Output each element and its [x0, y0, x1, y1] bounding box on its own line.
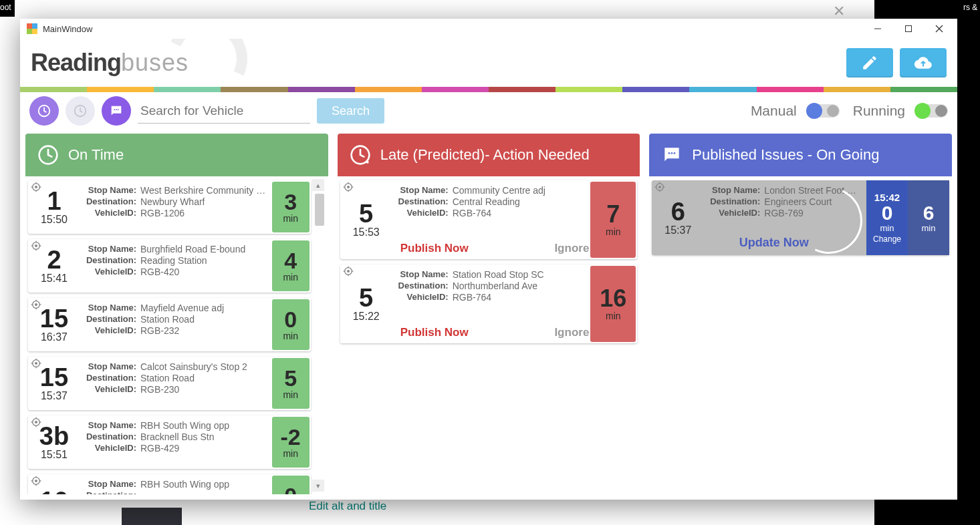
route-number: 10	[40, 488, 68, 494]
locate-icon[interactable]	[31, 299, 41, 310]
backdrop-thumb	[122, 508, 182, 525]
ontime-card[interactable]: 15 16:37 Stop Name:Mayfield Avenue adj D…	[28, 298, 311, 351]
backdrop-close-icon[interactable]: ✕	[833, 3, 845, 20]
route-time: 15:51	[41, 449, 68, 461]
minutes-unit: min	[283, 389, 298, 400]
search-input[interactable]	[138, 98, 310, 124]
scrollbar-thumb[interactable]	[315, 194, 324, 226]
stop-label: Stop Name:	[82, 479, 136, 490]
dest-label: Destination:	[82, 314, 136, 325]
backdrop-left-strip: oot	[0, 0, 15, 17]
update-now-button[interactable]: Update Now	[692, 236, 856, 250]
svg-point-8	[118, 109, 119, 110]
scroll-up-button[interactable]: ▴	[312, 179, 324, 191]
card-info: Stop Name:RBH South Wing opp Destination…	[80, 474, 271, 494]
locate-icon[interactable]	[343, 266, 354, 277]
minutes-unit: min	[606, 311, 621, 321]
minutes-badge: 4 min	[272, 240, 310, 291]
late-card[interactable]: 5 15:53 Stop Name:Community Centre adj D…	[340, 180, 638, 259]
ontime-card[interactable]: 15 15:37 Stop Name:Calcot Sainsbury's St…	[28, 357, 311, 410]
window-title: MainWindow	[43, 24, 862, 34]
route-number: 5	[359, 285, 373, 311]
svg-point-49	[347, 186, 350, 188]
badge-number: 0	[882, 203, 893, 223]
vehicle-value: RGB-230	[140, 384, 179, 395]
minutes-unit: min	[606, 226, 621, 237]
toolbar: Search Manual Running	[20, 92, 957, 127]
stop-label: Stop Name:	[82, 185, 136, 196]
stop-label: Stop Name:	[705, 185, 760, 196]
locate-icon[interactable]	[31, 417, 41, 427]
minutes-badge: 16 min	[590, 266, 636, 342]
dest-label: Destination:	[82, 255, 136, 266]
vehicle-value: RGB-1206	[140, 208, 185, 218]
main-window: MainWindow Readingbuses Search Manual Ru…	[20, 19, 957, 500]
vehicle-value: RGB-429	[140, 443, 179, 454]
minimize-button[interactable]	[862, 19, 893, 39]
backdrop-edit-link[interactable]: Edit alt and title	[309, 500, 386, 513]
published-title: Published Issues - On Going	[692, 146, 879, 164]
dest-value: Bracknell Bus Stn	[140, 431, 215, 442]
dest-value: Station Road	[140, 373, 195, 383]
running-label: Running	[853, 103, 905, 119]
upload-button[interactable]	[900, 48, 947, 77]
messages-filter-button[interactable]	[102, 96, 131, 126]
card-info: Stop Name:Calcot Sainsbury's Stop 2 Dest…	[80, 357, 271, 410]
search-button[interactable]: Search	[317, 98, 384, 124]
maximize-button[interactable]	[893, 19, 924, 39]
clock-alert-icon	[350, 144, 371, 166]
backdrop-right-strip: rs &	[963, 0, 980, 17]
late-card[interactable]: 5 15:22 Stop Name:Station Road Stop SC D…	[340, 265, 638, 343]
publish-now-button[interactable]: Publish Now	[400, 242, 469, 255]
stop-value: Community Centre adj	[453, 185, 545, 196]
minutes-badge: 5 min	[272, 358, 310, 409]
clock-filter-disabled-button[interactable]	[66, 96, 95, 126]
locate-icon[interactable]	[31, 476, 41, 486]
minutes-unit: min	[283, 213, 298, 224]
ontime-card[interactable]: 10 Stop Name:RBH South Wing opp Destinat…	[28, 474, 311, 494]
clock-filter-button[interactable]	[29, 96, 59, 126]
ignore-button[interactable]: Ignore	[554, 242, 589, 255]
ignore-button[interactable]: Ignore	[554, 326, 589, 339]
titlebar: MainWindow	[20, 19, 957, 39]
locate-icon[interactable]	[31, 182, 41, 192]
published-card[interactable]: 6 15:37 Stop Name:London Street Foot S-b…	[652, 180, 949, 255]
close-button[interactable]	[924, 19, 955, 39]
svg-point-6	[114, 109, 115, 110]
ontime-title: On Time	[68, 146, 124, 164]
stop-value: RBH South Wing opp	[140, 479, 229, 490]
ontime-card[interactable]: 2 15:41 Stop Name:Burghfield Road E-boun…	[28, 239, 311, 293]
late-column: Late (Predicted)- Action Needed 5 15:53 …	[338, 134, 640, 494]
locate-icon[interactable]	[654, 182, 665, 192]
published-column: Published Issues - On Going 6 15:37 Stop…	[649, 134, 952, 494]
card-info: Stop Name:West Berkshire Community Hospi…	[80, 180, 271, 234]
ontime-card[interactable]: 1 15:50 Stop Name:West Berkshire Communi…	[28, 180, 311, 234]
edit-button[interactable]	[846, 48, 893, 77]
publish-now-button[interactable]: Publish Now	[400, 326, 469, 339]
minutes-value: 16	[600, 287, 626, 311]
running-toggle[interactable]	[916, 104, 948, 118]
stop-label: Stop Name:	[82, 420, 136, 431]
badge-number: 6	[923, 203, 935, 223]
dest-label: Destination:	[394, 281, 449, 291]
route-time: 15:53	[353, 226, 380, 238]
scroll-down-button[interactable]: ▾	[312, 480, 324, 492]
published-header: Published Issues - On Going	[649, 134, 952, 176]
minutes-value: 0	[284, 484, 297, 494]
manual-toggle[interactable]	[808, 104, 840, 118]
minutes-value: 3	[284, 190, 297, 213]
stop-value: West Berkshire Community Hospital	[140, 185, 267, 196]
ontime-list[interactable]: 1 15:50 Stop Name:West Berkshire Communi…	[25, 176, 328, 494]
delay-badge: 6 min	[908, 180, 949, 255]
ontime-card[interactable]: 3b 15:51 Stop Name:RBH South Wing opp De…	[28, 415, 311, 469]
locate-icon[interactable]	[31, 240, 41, 251]
svg-rect-1	[906, 26, 912, 32]
stop-value: Station Road Stop SC	[453, 269, 544, 280]
svg-point-11	[35, 186, 37, 188]
locate-icon[interactable]	[343, 182, 354, 192]
dest-value: Station Road	[140, 314, 195, 325]
vehicle-label: VehicleID:	[705, 208, 760, 218]
locate-icon[interactable]	[31, 358, 41, 369]
late-title: Late (Predicted)- Action Needed	[380, 146, 590, 164]
route-number: 1	[47, 188, 61, 214]
